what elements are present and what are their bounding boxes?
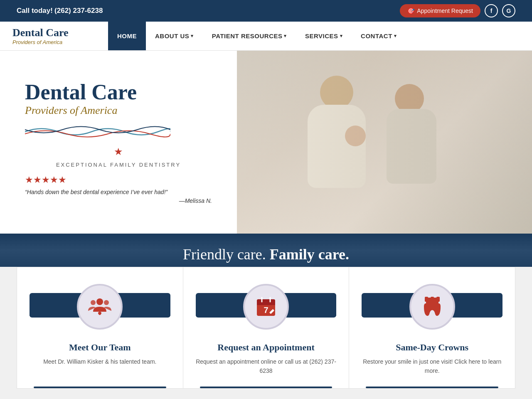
svg-rect-12: [431, 297, 434, 302]
cards-section: Meet Our Team Meet Dr. William Kisker & …: [0, 267, 532, 399]
appointment-request-button[interactable]: Appointment Request: [400, 4, 480, 17]
card-2-title: Request an Appointment: [196, 342, 337, 353]
nav-services[interactable]: SERVICES ▾: [296, 22, 352, 50]
svg-rect-13: [436, 297, 440, 302]
card-1-desc: Meet Dr. William Kisker & his talented t…: [30, 357, 170, 366]
chevron-down-icon: ▾: [340, 33, 343, 39]
hero-photo: [237, 51, 532, 234]
star-badge: ★: [25, 146, 212, 158]
calendar-icon-circle: 7: [243, 284, 289, 330]
review-author: —Melissa N.: [25, 197, 212, 204]
calendar-icon-wrap: 7: [196, 280, 337, 334]
logo-main-text: Dental Care: [12, 26, 69, 39]
wave-decoration: [25, 123, 170, 140]
phone-info: Call today! (262) 237-6238: [17, 7, 103, 15]
card-crowns[interactable]: Same-Day Crowns Restore your smile in ju…: [349, 267, 515, 389]
tooth-icon-circle: [409, 284, 455, 330]
cards-wrapper: Meet Our Team Meet Dr. William Kisker & …: [17, 267, 515, 389]
facebook-icon[interactable]: f: [485, 4, 498, 17]
nav-about-us[interactable]: ABOUT US ▾: [146, 22, 203, 50]
card-1-title: Meet Our Team: [30, 342, 170, 353]
card-appointment[interactable]: 7 Request an Appointment Request an appo…: [183, 267, 349, 389]
tooth-icon-wrap: [362, 280, 502, 334]
nav-patient-resources[interactable]: PATIENT RESOURCES ▾: [203, 22, 296, 50]
nav-home[interactable]: HOME: [108, 22, 146, 50]
card-3-title: Same-Day Crowns: [362, 342, 502, 353]
top-bar-right: Appointment Request f G: [400, 4, 515, 17]
svg-rect-5: [257, 303, 275, 305]
hero-logo-main: Dental Care: [25, 80, 212, 104]
svg-text:7: 7: [264, 305, 268, 315]
nav-contact[interactable]: CONTACT ▾: [352, 22, 406, 50]
exceptional-tagline: EXCEPTIONAL FAMILY DENTISTRY: [25, 162, 212, 168]
svg-point-1: [91, 300, 96, 305]
logo[interactable]: Dental Care Providers of America: [0, 22, 108, 50]
svg-rect-11: [425, 297, 428, 302]
google-icon[interactable]: G: [502, 4, 515, 17]
stars-row: ★ ★ ★ ★ ★: [25, 175, 212, 185]
chevron-down-icon: ▾: [284, 33, 287, 39]
tagline-bold: Family care.: [270, 246, 349, 263]
svg-point-2: [104, 300, 109, 305]
team-icon-circle: [77, 284, 123, 330]
chevron-down-icon: ▾: [191, 33, 194, 39]
phone-number: (262) 237-6238: [54, 7, 103, 15]
hero-left: Dental Care Providers of America ★ EXCEP…: [0, 51, 237, 234]
card-meet-team[interactable]: Meet Our Team Meet Dr. William Kisker & …: [17, 267, 183, 389]
svg-point-0: [96, 298, 103, 305]
card-3-desc: Restore your smile in just one visit! Cl…: [362, 357, 502, 376]
review-text: “Hands down the best dental experience I…: [25, 188, 212, 197]
team-icon-wrap: [30, 280, 170, 334]
top-bar: Call today! (262) 237-6238 Appointment R…: [0, 0, 532, 22]
hero-section: Dental Care Providers of America ★ EXCEP…: [0, 51, 532, 234]
logo-sub-text: Providers of America: [12, 39, 69, 46]
chevron-down-icon: ▾: [394, 33, 397, 39]
nav-items: HOME ABOUT US ▾ PATIENT RESOURCES ▾ SERV…: [108, 22, 532, 50]
card-2-desc: Request an appointment online or call us…: [196, 357, 337, 376]
call-label: Call today!: [17, 7, 53, 15]
tagline-plain: Friendly care.: [183, 246, 270, 263]
hero-logo-sub: Providers of America: [25, 104, 212, 117]
tagline-text: Friendly care. Family care.: [183, 246, 349, 263]
navbar: Dental Care Providers of America HOME AB…: [0, 22, 532, 51]
